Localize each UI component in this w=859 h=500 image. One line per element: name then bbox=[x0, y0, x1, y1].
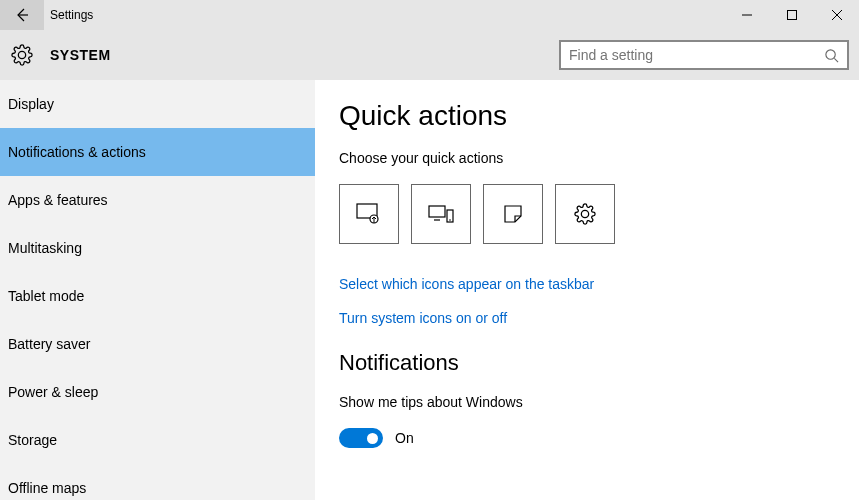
sidebar-item-label: Storage bbox=[8, 432, 57, 448]
sidebar-item-multitasking[interactable]: Multitasking bbox=[0, 224, 315, 272]
maximize-icon bbox=[787, 10, 797, 20]
arrow-left-icon bbox=[14, 7, 30, 23]
link-system-icons[interactable]: Turn system icons on or off bbox=[339, 310, 859, 326]
search-input[interactable] bbox=[569, 47, 824, 63]
quick-action-tablet-mode[interactable] bbox=[339, 184, 399, 244]
tips-toggle-row: On bbox=[339, 428, 859, 448]
connect-icon bbox=[428, 204, 454, 224]
sidebar-item-offline-maps[interactable]: Offline maps bbox=[0, 464, 315, 500]
sidebar-item-notifications[interactable]: Notifications & actions bbox=[0, 128, 315, 176]
link-taskbar-icons[interactable]: Select which icons appear on the taskbar bbox=[339, 276, 859, 292]
tips-toggle[interactable] bbox=[339, 428, 383, 448]
sidebar-item-label: Apps & features bbox=[8, 192, 108, 208]
gear-icon bbox=[11, 44, 33, 66]
tablet-mode-icon bbox=[356, 203, 382, 225]
sidebar-item-label: Offline maps bbox=[8, 480, 86, 496]
section-title: SYSTEM bbox=[50, 47, 111, 63]
search-box[interactable] bbox=[559, 40, 849, 70]
sidebar-item-label: Multitasking bbox=[8, 240, 82, 256]
sidebar-item-label: Power & sleep bbox=[8, 384, 98, 400]
gear-icon bbox=[574, 203, 596, 225]
quick-action-all-settings[interactable] bbox=[555, 184, 615, 244]
sidebar-item-power-sleep[interactable]: Power & sleep bbox=[0, 368, 315, 416]
close-icon bbox=[832, 10, 842, 20]
svg-point-6 bbox=[449, 219, 451, 221]
window-title: Settings bbox=[50, 8, 93, 22]
quick-action-note[interactable] bbox=[483, 184, 543, 244]
header-left: SYSTEM bbox=[0, 39, 111, 71]
close-button[interactable] bbox=[814, 0, 859, 30]
note-icon bbox=[503, 204, 523, 224]
minimize-button[interactable] bbox=[724, 0, 769, 30]
settings-icon-box bbox=[6, 39, 38, 71]
sidebar-item-label: Tablet mode bbox=[8, 288, 84, 304]
search-icon bbox=[824, 48, 839, 63]
svg-point-1 bbox=[826, 49, 835, 58]
sidebar-item-apps[interactable]: Apps & features bbox=[0, 176, 315, 224]
window-controls bbox=[724, 0, 859, 30]
svg-rect-0 bbox=[787, 11, 796, 20]
sidebar-item-tablet-mode[interactable]: Tablet mode bbox=[0, 272, 315, 320]
title-bar: Settings bbox=[0, 0, 859, 30]
notifications-heading: Notifications bbox=[339, 350, 859, 376]
sidebar-item-battery-saver[interactable]: Battery saver bbox=[0, 320, 315, 368]
sidebar-item-storage[interactable]: Storage bbox=[0, 416, 315, 464]
sidebar-item-display[interactable]: Display bbox=[0, 80, 315, 128]
sidebar-item-label: Notifications & actions bbox=[8, 144, 146, 160]
minimize-icon bbox=[742, 10, 752, 20]
quick-action-tiles bbox=[339, 184, 859, 244]
sidebar: Display Notifications & actions Apps & f… bbox=[0, 80, 315, 500]
sidebar-item-label: Battery saver bbox=[8, 336, 90, 352]
body: Display Notifications & actions Apps & f… bbox=[0, 80, 859, 500]
content: Quick actions Choose your quick actions … bbox=[315, 80, 859, 500]
toggle-knob bbox=[367, 433, 378, 444]
quick-actions-subtitle: Choose your quick actions bbox=[339, 150, 859, 166]
header: SYSTEM bbox=[0, 30, 859, 80]
svg-rect-4 bbox=[429, 206, 445, 217]
back-button[interactable] bbox=[0, 0, 44, 30]
quick-action-connect[interactable] bbox=[411, 184, 471, 244]
tips-label: Show me tips about Windows bbox=[339, 394, 859, 410]
maximize-button[interactable] bbox=[769, 0, 814, 30]
tips-toggle-state: On bbox=[395, 430, 414, 446]
sidebar-item-label: Display bbox=[8, 96, 54, 112]
quick-actions-heading: Quick actions bbox=[339, 100, 859, 132]
